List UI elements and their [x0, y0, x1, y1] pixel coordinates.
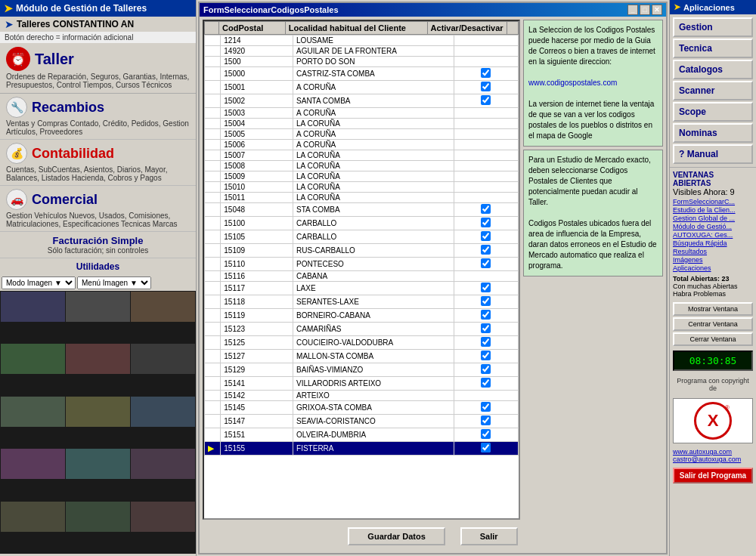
activar-cell[interactable]: [454, 271, 518, 282]
postal-table-scroll[interactable]: 1214LOUSAME14920AGUILAR DE LA FRONTERA15…: [204, 35, 519, 518]
activar-checkbox[interactable]: [481, 231, 491, 241]
activar-cell[interactable]: [454, 171, 518, 182]
ventana-item[interactable]: Imágenes: [673, 256, 753, 264]
right-menu-item[interactable]: Catalogos: [673, 60, 753, 79]
recambios-section[interactable]: 🔧 Recambios Ventas y Compras Contado, Cr…: [0, 94, 196, 140]
table-row[interactable]: 15005A CORUÑA: [205, 129, 519, 140]
table-row[interactable]: 15142ARTEIXO: [205, 391, 519, 401]
ventana-item[interactable]: Módulo de Gestió...: [673, 223, 753, 230]
ventana-item[interactable]: Gestion Global de ...: [673, 215, 753, 222]
ventana-ctrl-btn[interactable]: Cerrar Ventana: [673, 332, 753, 346]
activar-cell[interactable]: [454, 258, 518, 271]
activar-checkbox[interactable]: [481, 296, 491, 306]
activar-cell[interactable]: [454, 230, 518, 244]
ventana-item[interactable]: FormSeleccionarC...: [673, 198, 753, 205]
exit-button[interactable]: Salir: [460, 527, 518, 545]
activar-cell[interactable]: [454, 377, 518, 391]
salir-button[interactable]: Salir del Programa: [673, 468, 753, 483]
activar-checkbox[interactable]: [481, 283, 491, 292]
table-row[interactable]: 15151OLVEIRA-DUMBRIA: [205, 428, 519, 442]
table-row[interactable]: 15010LA CORUÑA: [205, 182, 519, 193]
right-menu-item[interactable]: Tecnica: [673, 39, 753, 58]
activar-checkbox[interactable]: [481, 245, 491, 255]
table-row[interactable]: 15006A CORUÑA: [205, 140, 519, 150]
activar-cell[interactable]: [454, 203, 518, 217]
activar-cell[interactable]: [454, 282, 518, 295]
maximize-button[interactable]: □: [640, 5, 650, 15]
right-menu-item[interactable]: Gestion: [673, 17, 753, 37]
activar-cell[interactable]: [454, 323, 518, 336]
close-button[interactable]: ✕: [652, 5, 662, 15]
activar-cell[interactable]: [454, 391, 518, 401]
activar-cell[interactable]: [454, 161, 518, 171]
table-row[interactable]: 15100CARBALLO: [205, 217, 519, 230]
activar-cell[interactable]: [454, 295, 518, 309]
activar-cell[interactable]: [454, 129, 518, 140]
activar-checkbox[interactable]: [481, 204, 491, 214]
table-row[interactable]: 15127MALLON-STA COMBA: [205, 350, 519, 363]
activar-cell[interactable]: [454, 193, 518, 203]
activar-cell[interactable]: [454, 442, 518, 456]
right-menu-item[interactable]: Scope: [673, 102, 753, 122]
activar-cell[interactable]: [454, 108, 518, 119]
activar-cell[interactable]: [454, 94, 518, 108]
table-row[interactable]: 15008LA CORUÑA: [205, 161, 519, 171]
contabilidad-section[interactable]: 💰 Contabilidad Cuentas, SubCuentas, Asie…: [0, 140, 196, 186]
comercial-section[interactable]: 🚗 Comercial Gestion Vehículos Nuevos, Us…: [0, 186, 196, 232]
ventana-item[interactable]: Estudio de la Clien...: [673, 206, 753, 214]
activar-cell[interactable]: [454, 336, 518, 350]
activar-checkbox[interactable]: [481, 337, 491, 347]
activar-cell[interactable]: [454, 57, 518, 67]
activar-checkbox[interactable]: [481, 351, 491, 360]
ventana-item[interactable]: AUTOXUGA: Ges...: [673, 231, 753, 239]
activar-checkbox[interactable]: [481, 402, 491, 412]
activar-checkbox[interactable]: [481, 68, 491, 78]
table-row[interactable]: 15141VILLARODRIS ARTEIXO: [205, 377, 519, 391]
table-row[interactable]: 15117LAXE: [205, 282, 519, 295]
activar-checkbox[interactable]: [481, 218, 491, 227]
activar-cell[interactable]: [454, 363, 518, 377]
table-row[interactable]: 15011LA CORUÑA: [205, 193, 519, 203]
website-link-2[interactable]: castro@autoxuga.com: [673, 456, 753, 463]
website-link-1[interactable]: www.autoxuga.com: [673, 448, 753, 456]
table-row[interactable]: 15119BORNEIRO-CABANA: [205, 309, 519, 323]
facturacion-section[interactable]: Facturación Simple Sólo facturación; sin…: [0, 232, 196, 258]
activar-cell[interactable]: [454, 428, 518, 442]
table-row[interactable]: 15125COUCIEIRO-VALDODUBRA: [205, 336, 519, 350]
table-row[interactable]: 15003A CORUÑA: [205, 108, 519, 119]
table-row[interactable]: 15116CABANA: [205, 271, 519, 282]
table-row[interactable]: 1214LOUSAME: [205, 36, 519, 46]
save-button[interactable]: Guardar Datos: [348, 527, 445, 545]
ventana-ctrl-btn[interactable]: Centrar Ventana: [673, 317, 753, 331]
taller-section[interactable]: ⏰ Taller Ordenes de Reparación, Seguros,…: [0, 43, 196, 94]
utilidades-button[interactable]: Utilidades: [0, 258, 196, 275]
activar-checkbox[interactable]: [481, 82, 491, 91]
activar-checkbox[interactable]: [481, 310, 491, 320]
activar-cell[interactable]: [454, 217, 518, 230]
activar-checkbox[interactable]: [481, 258, 491, 268]
ventana-item[interactable]: Resultados: [673, 248, 753, 255]
right-menu-item[interactable]: ? Manual: [673, 144, 753, 164]
table-row[interactable]: 1500PORTO DO SON: [205, 57, 519, 67]
activar-cell[interactable]: [454, 36, 518, 46]
table-row[interactable]: 14920AGUILAR DE LA FRONTERA: [205, 46, 519, 57]
activar-checkbox[interactable]: [481, 364, 491, 374]
activar-cell[interactable]: [454, 182, 518, 193]
table-row[interactable]: 15001A CORUÑA: [205, 81, 519, 94]
modo-imagen-select[interactable]: Modo Imagen ▼: [2, 276, 76, 289]
table-row[interactable]: 15048STA COMBA: [205, 203, 519, 217]
table-row[interactable]: 15000CASTRIZ-STA COMBA: [205, 67, 519, 81]
table-row[interactable]: 15004LA CORUÑA: [205, 119, 519, 129]
table-row[interactable]: 15145GRIXOA-STA COMBA: [205, 401, 519, 415]
table-row[interactable]: 15002SANTA COMBA: [205, 94, 519, 108]
activar-checkbox[interactable]: [481, 378, 491, 388]
ventana-ctrl-btn[interactable]: Mostrar Ventana: [673, 302, 753, 316]
activar-cell[interactable]: [454, 244, 518, 258]
activar-checkbox[interactable]: [481, 443, 491, 453]
activar-cell[interactable]: [454, 309, 518, 323]
minimize-button[interactable]: _: [627, 5, 638, 15]
activar-cell[interactable]: [454, 401, 518, 415]
activar-cell[interactable]: [454, 415, 518, 428]
table-row[interactable]: 15118SERANTES-LAXE: [205, 295, 519, 309]
table-row[interactable]: 15009LA CORUÑA: [205, 171, 519, 182]
